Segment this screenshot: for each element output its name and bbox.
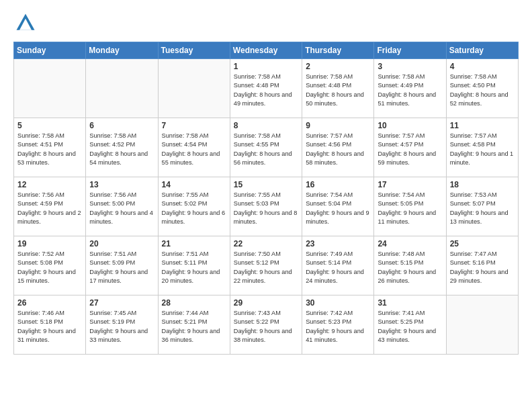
calendar-cell: 6Sunrise: 7:58 AM Sunset: 4:52 PM Daylig…: [86, 118, 158, 177]
calendar-cell: 9Sunrise: 7:57 AM Sunset: 4:56 PM Daylig…: [302, 118, 374, 177]
calendar-cell: 16Sunrise: 7:54 AM Sunset: 5:04 PM Dayli…: [302, 177, 374, 236]
day-info: Sunrise: 7:58 AM Sunset: 4:51 PM Dayligh…: [17, 132, 82, 167]
day-info: Sunrise: 7:58 AM Sunset: 4:54 PM Dayligh…: [162, 132, 226, 167]
day-info: Sunrise: 7:42 AM Sunset: 5:23 PM Dayligh…: [306, 309, 370, 345]
day-info: Sunrise: 7:48 AM Sunset: 5:15 PM Dayligh…: [378, 250, 442, 285]
calendar-cell: 21Sunrise: 7:51 AM Sunset: 5:11 PM Dayli…: [158, 236, 230, 295]
day-number: 11: [450, 121, 515, 130]
calendar-cell: 28Sunrise: 7:44 AM Sunset: 5:21 PM Dayli…: [158, 295, 230, 355]
day-info: Sunrise: 7:52 AM Sunset: 5:08 PM Dayligh…: [17, 250, 82, 285]
day-info: Sunrise: 7:41 AM Sunset: 5:25 PM Dayligh…: [378, 309, 442, 345]
day-number: 18: [450, 180, 515, 189]
day-info: Sunrise: 7:45 AM Sunset: 5:19 PM Dayligh…: [89, 309, 154, 345]
day-info: Sunrise: 7:57 AM Sunset: 4:58 PM Dayligh…: [450, 132, 515, 167]
calendar-cell: 3Sunrise: 7:58 AM Sunset: 4:49 PM Daylig…: [374, 59, 446, 118]
day-number: 3: [378, 62, 442, 71]
day-info: Sunrise: 7:58 AM Sunset: 4:48 PM Dayligh…: [306, 73, 370, 108]
weekday-header-wednesday: Wednesday: [230, 42, 302, 59]
weekday-header-monday: Monday: [86, 42, 158, 59]
day-number: 14: [162, 180, 226, 189]
day-info: Sunrise: 7:58 AM Sunset: 4:52 PM Dayligh…: [89, 132, 154, 167]
calendar-cell: 26Sunrise: 7:46 AM Sunset: 5:18 PM Dayli…: [14, 295, 86, 355]
day-info: Sunrise: 7:51 AM Sunset: 5:11 PM Dayligh…: [162, 250, 226, 285]
calendar-cell: 2Sunrise: 7:58 AM Sunset: 4:48 PM Daylig…: [302, 59, 374, 118]
calendar-cell: 17Sunrise: 7:54 AM Sunset: 5:05 PM Dayli…: [374, 177, 446, 236]
day-number: 21: [162, 239, 226, 248]
calendar-cell: 20Sunrise: 7:51 AM Sunset: 5:09 PM Dayli…: [86, 236, 158, 295]
calendar-cell: 27Sunrise: 7:45 AM Sunset: 5:19 PM Dayli…: [86, 295, 158, 355]
calendar-cell: 31Sunrise: 7:41 AM Sunset: 5:25 PM Dayli…: [374, 295, 446, 355]
day-number: 29: [234, 298, 298, 308]
calendar-cell: 19Sunrise: 7:52 AM Sunset: 5:08 PM Dayli…: [14, 236, 86, 295]
week-row-2: 5Sunrise: 7:58 AM Sunset: 4:51 PM Daylig…: [14, 118, 519, 177]
day-number: 20: [89, 239, 154, 248]
page: SundayMondayTuesdayWednesdayThursdayFrid…: [0, 0, 532, 365]
day-number: 12: [17, 180, 82, 189]
calendar-cell: 8Sunrise: 7:58 AM Sunset: 4:55 PM Daylig…: [230, 118, 302, 177]
calendar-cell: 25Sunrise: 7:47 AM Sunset: 5:16 PM Dayli…: [446, 236, 518, 295]
day-number: 1: [234, 62, 298, 71]
logo-icon: [13, 11, 38, 35]
calendar-cell: 18Sunrise: 7:53 AM Sunset: 5:07 PM Dayli…: [446, 177, 518, 236]
day-number: 6: [89, 121, 154, 130]
day-info: Sunrise: 7:43 AM Sunset: 5:22 PM Dayligh…: [234, 309, 298, 345]
calendar: SundayMondayTuesdayWednesdayThursdayFrid…: [13, 42, 519, 355]
weekday-header-thursday: Thursday: [302, 42, 374, 59]
day-number: 4: [450, 62, 515, 71]
day-number: 19: [17, 239, 82, 248]
week-row-4: 19Sunrise: 7:52 AM Sunset: 5:08 PM Dayli…: [14, 236, 519, 295]
weekday-header-saturday: Saturday: [446, 42, 518, 59]
day-info: Sunrise: 7:58 AM Sunset: 4:48 PM Dayligh…: [234, 73, 298, 108]
day-number: 23: [306, 239, 370, 248]
day-number: 30: [306, 298, 370, 308]
day-info: Sunrise: 7:55 AM Sunset: 5:02 PM Dayligh…: [162, 191, 226, 226]
day-number: 2: [306, 62, 370, 71]
day-number: 5: [17, 121, 82, 130]
day-number: 16: [306, 180, 370, 189]
week-row-3: 12Sunrise: 7:56 AM Sunset: 4:59 PM Dayli…: [14, 177, 519, 236]
weekday-header-row: SundayMondayTuesdayWednesdayThursdayFrid…: [14, 42, 519, 59]
day-number: 8: [234, 121, 298, 130]
day-number: 22: [234, 239, 298, 248]
calendar-cell: 1Sunrise: 7:58 AM Sunset: 4:48 PM Daylig…: [230, 59, 302, 118]
calendar-cell: [14, 59, 86, 118]
day-info: Sunrise: 7:58 AM Sunset: 4:50 PM Dayligh…: [450, 73, 515, 108]
calendar-cell: [158, 59, 230, 118]
day-number: 13: [89, 180, 154, 189]
calendar-cell: [446, 295, 518, 355]
weekday-header-tuesday: Tuesday: [158, 42, 230, 59]
calendar-cell: 12Sunrise: 7:56 AM Sunset: 4:59 PM Dayli…: [14, 177, 86, 236]
day-info: Sunrise: 7:53 AM Sunset: 5:07 PM Dayligh…: [450, 191, 515, 226]
day-info: Sunrise: 7:58 AM Sunset: 4:55 PM Dayligh…: [234, 132, 298, 167]
header: [13, 11, 519, 35]
day-number: 10: [378, 121, 442, 130]
day-number: 9: [306, 121, 370, 130]
calendar-cell: 29Sunrise: 7:43 AM Sunset: 5:22 PM Dayli…: [230, 295, 302, 355]
day-info: Sunrise: 7:50 AM Sunset: 5:12 PM Dayligh…: [234, 250, 298, 285]
calendar-cell: 30Sunrise: 7:42 AM Sunset: 5:23 PM Dayli…: [302, 295, 374, 355]
week-row-5: 26Sunrise: 7:46 AM Sunset: 5:18 PM Dayli…: [14, 295, 519, 355]
calendar-cell: 11Sunrise: 7:57 AM Sunset: 4:58 PM Dayli…: [446, 118, 518, 177]
week-row-1: 1Sunrise: 7:58 AM Sunset: 4:48 PM Daylig…: [14, 59, 519, 118]
calendar-cell: 4Sunrise: 7:58 AM Sunset: 4:50 PM Daylig…: [446, 59, 518, 118]
day-number: 7: [162, 121, 226, 130]
calendar-cell: 10Sunrise: 7:57 AM Sunset: 4:57 PM Dayli…: [374, 118, 446, 177]
day-number: 28: [162, 298, 226, 308]
day-info: Sunrise: 7:54 AM Sunset: 5:04 PM Dayligh…: [306, 191, 370, 226]
day-info: Sunrise: 7:44 AM Sunset: 5:21 PM Dayligh…: [162, 309, 226, 345]
day-number: 26: [17, 298, 82, 308]
day-info: Sunrise: 7:56 AM Sunset: 4:59 PM Dayligh…: [17, 191, 82, 226]
calendar-cell: 23Sunrise: 7:49 AM Sunset: 5:14 PM Dayli…: [302, 236, 374, 295]
calendar-cell: 15Sunrise: 7:55 AM Sunset: 5:03 PM Dayli…: [230, 177, 302, 236]
weekday-header-friday: Friday: [374, 42, 446, 59]
day-number: 17: [378, 180, 442, 189]
day-info: Sunrise: 7:46 AM Sunset: 5:18 PM Dayligh…: [17, 309, 82, 345]
calendar-cell: 13Sunrise: 7:56 AM Sunset: 5:00 PM Dayli…: [86, 177, 158, 236]
day-info: Sunrise: 7:54 AM Sunset: 5:05 PM Dayligh…: [378, 191, 442, 226]
calendar-cell: 14Sunrise: 7:55 AM Sunset: 5:02 PM Dayli…: [158, 177, 230, 236]
day-info: Sunrise: 7:58 AM Sunset: 4:49 PM Dayligh…: [378, 73, 442, 108]
day-info: Sunrise: 7:57 AM Sunset: 4:57 PM Dayligh…: [378, 132, 442, 167]
calendar-cell: 24Sunrise: 7:48 AM Sunset: 5:15 PM Dayli…: [374, 236, 446, 295]
day-info: Sunrise: 7:57 AM Sunset: 4:56 PM Dayligh…: [306, 132, 370, 167]
day-info: Sunrise: 7:56 AM Sunset: 5:00 PM Dayligh…: [89, 191, 154, 226]
